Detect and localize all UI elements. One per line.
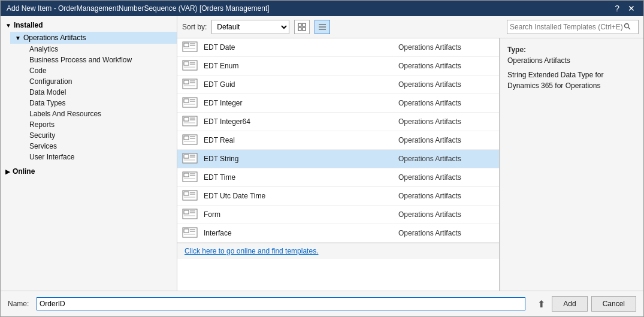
svg-rect-1: [303, 23, 306, 26]
toolbar: Sort by: Default Name Category: [177, 16, 643, 38]
items-and-detail: EDT DateOperations Artifacts EDT EnumOpe…: [177, 38, 643, 291]
online-arrow: ▶: [5, 168, 10, 175]
edt-icon: [182, 97, 198, 108]
list-view-button[interactable]: [315, 20, 330, 34]
search-box: [507, 20, 639, 34]
dialog: Add New Item - OrderManagementNumberSequ…: [0, 0, 644, 317]
sidebar-item-user-interface[interactable]: User Interface: [25, 152, 177, 162]
bottom-buttons: Add Cancel: [552, 296, 636, 312]
online-link-button[interactable]: Click here to go online and find templat…: [185, 247, 318, 255]
list-item[interactable]: InterfaceOperations Artifacts: [177, 224, 499, 243]
item-category: Operations Artifacts: [398, 229, 494, 237]
item-name: EDT String: [204, 155, 398, 163]
search-icon: [624, 23, 631, 30]
name-label: Name:: [8, 300, 32, 308]
list-item[interactable]: EDT GuidOperations Artifacts: [177, 76, 499, 94]
cursor-icon: ⬆: [537, 298, 545, 310]
close-button[interactable]: ✕: [625, 4, 637, 13]
edt-icon: [182, 190, 198, 201]
item-category: Operations Artifacts: [398, 173, 494, 182]
ops-arrow: ▼: [15, 35, 21, 41]
cancel-button[interactable]: Cancel: [591, 296, 636, 312]
installed-label: Installed: [14, 21, 43, 29]
title-bar: Add New Item - OrderManagementNumberSequ…: [1, 1, 643, 16]
grid-icon: [298, 23, 306, 31]
title-bar-buttons: ? ✕: [612, 4, 637, 13]
sidebar-item-services[interactable]: Services: [25, 141, 177, 152]
items-list-area: EDT DateOperations Artifacts EDT EnumOpe…: [177, 38, 500, 291]
list-item[interactable]: EDT TimeOperations Artifacts: [177, 168, 499, 187]
item-category: Operations Artifacts: [398, 192, 494, 200]
add-button[interactable]: Add: [552, 296, 587, 312]
edt-icon: [182, 116, 198, 126]
sidebar-item-analytics[interactable]: Analytics: [25, 44, 177, 55]
sidebar-item-data-types[interactable]: Data Types: [25, 98, 177, 108]
item-icon: [182, 134, 199, 146]
item-icon: [182, 171, 199, 183]
list-item[interactable]: EDT RealOperations Artifacts: [177, 131, 499, 150]
search-input[interactable]: [510, 23, 624, 31]
edt-icon: [182, 153, 198, 164]
edt-icon: [182, 209, 198, 219]
item-category: Operations Artifacts: [398, 80, 494, 89]
item-icon: [182, 79, 199, 90]
item-name: EDT Utc Date Time: [204, 192, 398, 200]
item-category: Operations Artifacts: [398, 155, 494, 163]
bottom-bar: Name: ⬆ Add Cancel: [1, 291, 643, 316]
grid-view-button[interactable]: [294, 20, 310, 34]
item-icon: [182, 153, 199, 165]
svg-line-8: [628, 28, 631, 30]
operations-artifacts-label: Operations Artifacts: [23, 34, 86, 42]
item-name: Form: [204, 210, 398, 219]
search-button[interactable]: [624, 22, 631, 32]
item-category: Operations Artifacts: [398, 43, 494, 52]
sidebar-item-security[interactable]: Security: [25, 130, 177, 141]
online-link-bar: Click here to go online and find templat…: [177, 243, 499, 259]
sidebar-item-business-process[interactable]: Business Process and Workflow: [25, 55, 177, 65]
edt-icon: [182, 171, 198, 182]
list-item[interactable]: EDT EnumOperations Artifacts: [177, 57, 499, 76]
sidebar: ▼ Installed ▼ Operations Artifacts Analy…: [1, 16, 177, 291]
items-list: EDT DateOperations Artifacts EDT EnumOpe…: [177, 38, 499, 243]
list-item[interactable]: EDT IntegerOperations Artifacts: [177, 94, 499, 113]
sidebar-item-configuration[interactable]: Configuration: [25, 76, 177, 87]
list-item[interactable]: EDT StringOperations Artifacts: [177, 150, 499, 168]
item-name: EDT Guid: [204, 80, 398, 89]
item-category: Operations Artifacts: [398, 117, 494, 126]
item-name: EDT Integer: [204, 99, 398, 107]
svg-rect-3: [303, 28, 306, 31]
sidebar-item-reports[interactable]: Reports: [25, 119, 177, 130]
cursor-area: ⬆: [535, 298, 547, 310]
item-name: EDT Real: [204, 136, 398, 144]
operations-artifacts-section: ▼ Operations Artifacts Analytics Busines…: [10, 32, 177, 162]
detail-description: String Extended Data Type for Dynamics 3…: [507, 70, 636, 91]
dialog-title: Add New Item - OrderManagementNumberSequ…: [7, 4, 270, 13]
online-group[interactable]: ▶ Online: [1, 165, 177, 178]
svg-rect-0: [298, 23, 301, 26]
installed-group[interactable]: ▼ Installed: [1, 19, 177, 32]
operations-artifacts-group[interactable]: ▼ Operations Artifacts: [10, 32, 177, 44]
edt-icon: [182, 41, 198, 52]
item-category: Operations Artifacts: [398, 210, 494, 219]
list-item[interactable]: EDT Integer64Operations Artifacts: [177, 113, 499, 131]
sidebar-item-labels[interactable]: Labels And Resources: [25, 108, 177, 119]
item-icon: [182, 60, 199, 72]
item-category: Operations Artifacts: [398, 136, 494, 144]
list-item[interactable]: EDT DateOperations Artifacts: [177, 38, 499, 57]
type-label: Type:: [507, 46, 636, 54]
item-icon: [182, 41, 199, 53]
sidebar-item-data-model[interactable]: Data Model: [25, 87, 177, 98]
help-button[interactable]: ?: [612, 4, 622, 13]
item-name: EDT Time: [204, 173, 398, 182]
type-value: Operations Artifacts: [507, 56, 636, 65]
sidebar-item-code[interactable]: Code: [25, 65, 177, 76]
list-item[interactable]: EDT Utc Date TimeOperations Artifacts: [177, 187, 499, 206]
item-icon: [182, 209, 199, 221]
item-icon: [182, 97, 199, 109]
list-item[interactable]: FormOperations Artifacts: [177, 206, 499, 224]
item-name: Interface: [204, 229, 398, 237]
item-name: EDT Integer64: [204, 117, 398, 126]
name-input[interactable]: [37, 297, 525, 310]
item-name: EDT Date: [204, 43, 398, 52]
sort-select[interactable]: Default Name Category: [211, 20, 289, 34]
